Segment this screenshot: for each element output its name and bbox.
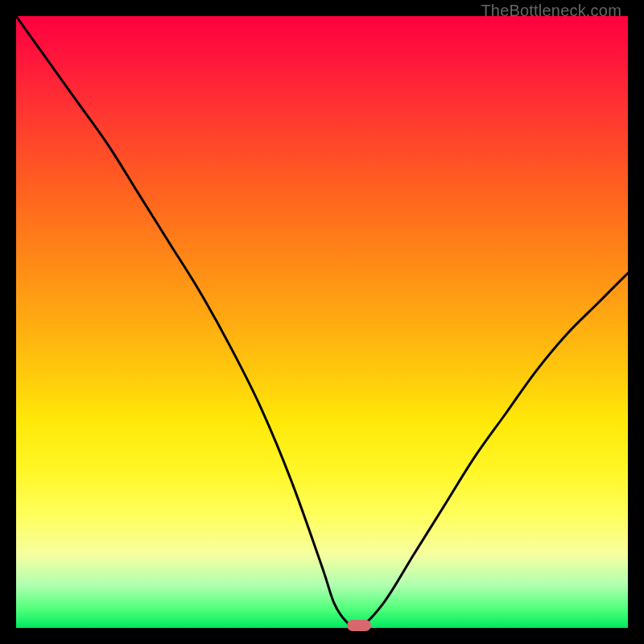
plot-area (16, 16, 628, 628)
watermark-text: TheBottleneck.com (481, 2, 621, 20)
optimal-marker (347, 620, 371, 631)
bottleneck-curve (16, 16, 628, 628)
chart-frame: TheBottleneck.com (0, 0, 644, 644)
curve-path (16, 16, 628, 629)
